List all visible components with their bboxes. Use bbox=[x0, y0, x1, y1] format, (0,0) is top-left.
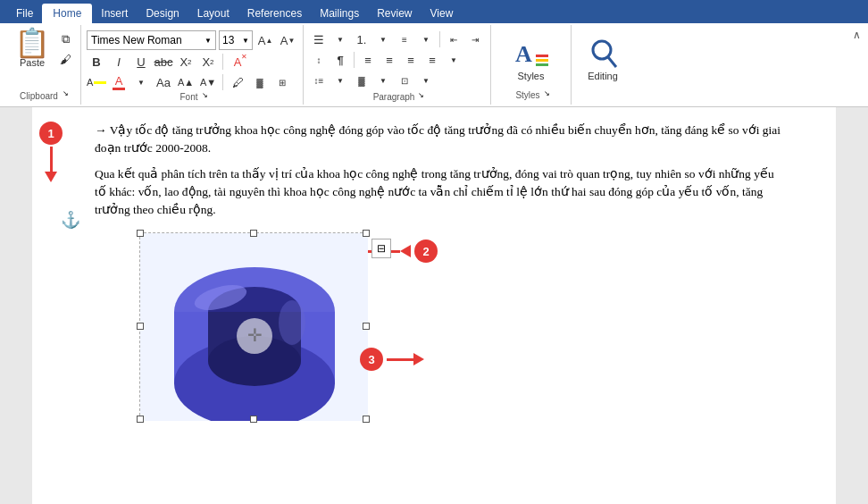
shading-button[interactable]: ▓ bbox=[250, 73, 270, 91]
styles-label: Styles bbox=[518, 71, 545, 81]
align-center-button[interactable]: ≡ bbox=[380, 51, 399, 69]
tab-references[interactable]: References bbox=[238, 4, 311, 23]
align-left-button[interactable]: ≡ bbox=[358, 51, 378, 69]
tab-review[interactable]: Review bbox=[368, 4, 421, 23]
tab-mailings[interactable]: Mailings bbox=[311, 4, 368, 23]
borders-para-button[interactable]: ⊡ bbox=[395, 71, 414, 89]
subscript-button[interactable]: X2 bbox=[176, 53, 196, 71]
tab-layout[interactable]: Layout bbox=[188, 4, 238, 23]
format-painter-button[interactable]: 🖌 bbox=[55, 50, 75, 68]
bullets-button[interactable]: ☰ bbox=[309, 30, 329, 48]
clipboard-expand-icon[interactable]: ↘ bbox=[63, 89, 69, 103]
font-color-dropdown[interactable]: ▼ bbox=[131, 73, 151, 91]
numbering-button[interactable]: 1. bbox=[352, 30, 371, 48]
paragraph-expand-icon[interactable]: ↘ bbox=[418, 91, 424, 103]
font-dropdown-arrow[interactable]: ▼ bbox=[204, 37, 212, 45]
copy-button[interactable]: ⧉ bbox=[55, 30, 75, 48]
image-container[interactable]: ⊟ bbox=[139, 232, 367, 420]
borders-para-dropdown[interactable]: ▼ bbox=[416, 71, 436, 89]
font-shade-button[interactable]: A▲ bbox=[176, 73, 196, 91]
editing-button[interactable]: Editing bbox=[579, 29, 627, 89]
decrease-font-button[interactable]: A▼ bbox=[278, 31, 297, 49]
font-size-value: 13 bbox=[222, 34, 242, 46]
font-name-dropdown[interactable]: Times New Roman ▼ bbox=[87, 30, 216, 50]
step3-marker: 3 bbox=[360, 348, 383, 371]
editing-label: Editing bbox=[588, 71, 618, 81]
paste-button[interactable]: 📋 Paste bbox=[9, 27, 55, 70]
underline-button[interactable]: U bbox=[131, 53, 151, 71]
svg-text:✛: ✛ bbox=[247, 325, 263, 345]
ribbon-tabs-bar: File Home Insert Design Layout Reference… bbox=[0, 0, 868, 23]
font-size-arrow[interactable]: ▼ bbox=[242, 37, 249, 45]
line-spacing-button[interactable]: ↕≡ bbox=[309, 71, 329, 89]
svg-rect-2 bbox=[536, 59, 548, 62]
step2-marker: 2 bbox=[414, 239, 438, 263]
handle-top-left[interactable] bbox=[137, 230, 144, 237]
handle-top-right[interactable] bbox=[363, 230, 370, 237]
align-right-button[interactable]: ≡ bbox=[401, 51, 421, 69]
italic-button[interactable]: I bbox=[109, 53, 129, 71]
increase-font-button[interactable]: A▲ bbox=[255, 31, 275, 49]
text-effects-button[interactable]: 🖊 bbox=[228, 73, 247, 91]
strikethrough-button[interactable]: abc bbox=[154, 53, 173, 71]
border-button[interactable]: ⊞ bbox=[272, 73, 292, 91]
svg-rect-3 bbox=[536, 63, 548, 66]
change-case-button[interactable]: Aa bbox=[154, 73, 173, 91]
handle-bot-mid[interactable] bbox=[250, 416, 257, 423]
ribbon-collapse-button[interactable]: ∧ bbox=[849, 25, 864, 105]
bullets-dropdown[interactable]: ▼ bbox=[330, 30, 350, 48]
svg-line-5 bbox=[608, 57, 616, 67]
multilevel-list-button[interactable]: ≡ bbox=[395, 30, 414, 48]
styles-group-label[interactable]: Styles bbox=[512, 89, 543, 101]
numbering-dropdown[interactable]: ▼ bbox=[373, 30, 393, 48]
svg-rect-1 bbox=[536, 55, 548, 57]
shading-para-dropdown[interactable]: ▼ bbox=[373, 71, 393, 89]
font-expand-icon[interactable]: ↘ bbox=[202, 91, 208, 103]
shading-para-button[interactable]: ▓ bbox=[352, 71, 371, 89]
handle-bot-left[interactable] bbox=[137, 416, 144, 423]
tab-file[interactable]: File bbox=[7, 4, 42, 23]
font-size-box[interactable]: 13 ▼ bbox=[219, 30, 253, 50]
clear-format-button[interactable]: A ✕ bbox=[228, 53, 247, 71]
handle-mid-left[interactable] bbox=[137, 323, 144, 330]
svg-point-14 bbox=[279, 300, 305, 345]
decrease-indent-button[interactable]: ⇤ bbox=[444, 30, 463, 48]
superscript-button[interactable]: X2 bbox=[198, 53, 218, 71]
clipboard-group: 📋 Paste ⧉ 🖌 Clipboard ↘ bbox=[4, 25, 81, 105]
sort-button[interactable]: ↕ bbox=[309, 51, 329, 69]
paragraph-label[interactable]: Paragraph bbox=[370, 91, 419, 103]
editing-group: Editing Editing bbox=[572, 25, 634, 105]
document-page: ⚓ 1 → Vậy tốc độ tăng trưởng khoa học cô… bbox=[32, 107, 836, 504]
tab-view[interactable]: View bbox=[421, 4, 463, 23]
handle-bot-right[interactable] bbox=[363, 416, 370, 423]
highlight-color-button[interactable]: A bbox=[87, 73, 106, 91]
styles-button[interactable]: A Styles bbox=[506, 29, 556, 89]
step3-annotation: 3 bbox=[360, 348, 424, 371]
justify-button[interactable]: ≡ bbox=[422, 51, 442, 69]
clipboard-label[interactable]: Clipboard bbox=[15, 89, 63, 103]
handle-top-mid[interactable] bbox=[250, 230, 257, 237]
styles-expand-icon[interactable]: ↘ bbox=[544, 89, 550, 101]
handle-mid-right[interactable] bbox=[363, 323, 370, 330]
font-color-button[interactable]: A bbox=[109, 73, 129, 91]
multilevel-dropdown[interactable]: ▼ bbox=[416, 30, 436, 48]
increase-indent-button[interactable]: ⇥ bbox=[465, 30, 485, 48]
show-hide-button[interactable]: ¶ bbox=[330, 51, 350, 69]
tab-insert[interactable]: Insert bbox=[92, 4, 137, 23]
ribbon-body: 📋 Paste ⧉ 🖌 Clipboard ↘ Times New Roman bbox=[0, 23, 868, 107]
tab-design[interactable]: Design bbox=[137, 4, 188, 23]
font-shade-btn2[interactable]: A▼ bbox=[198, 73, 218, 91]
text-paragraph-1: → Vậy tốc độ tăng trưởng khoa học công n… bbox=[95, 122, 782, 158]
step1-marker: 1 bbox=[39, 122, 63, 145]
tab-home[interactable]: Home bbox=[42, 4, 92, 23]
shape-svg: ✛ bbox=[140, 233, 368, 421]
line-spacing-dropdown[interactable]: ▼ bbox=[330, 71, 350, 89]
svg-point-4 bbox=[593, 41, 611, 59]
font-label[interactable]: Font bbox=[176, 91, 201, 103]
align-dropdown[interactable]: ▼ bbox=[444, 51, 463, 69]
font-name-value: Times New Roman bbox=[91, 34, 204, 46]
anchor-icon[interactable]: ⚓ bbox=[61, 210, 80, 230]
text-paragraph-2: Qua kết quả phân tích trên ta thấy vị tr… bbox=[95, 165, 782, 220]
bold-button[interactable]: B bbox=[87, 53, 106, 71]
layout-options-button[interactable]: ⊟ bbox=[371, 239, 391, 258]
